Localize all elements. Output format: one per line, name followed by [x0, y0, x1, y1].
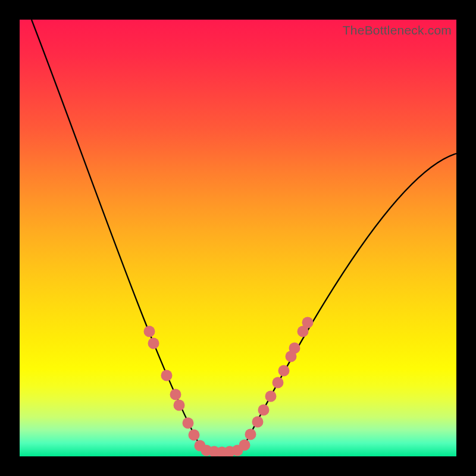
marker-dot: [302, 317, 314, 328]
curve-group: [32, 20, 456, 454]
watermark-text: TheBottleneck.com: [343, 23, 452, 37]
marker-dot: [289, 343, 300, 354]
chart-plot-area: TheBottleneck.com: [20, 20, 456, 456]
marker-dot: [148, 338, 159, 349]
bottleneck-curve-svg: [20, 20, 456, 456]
marker-dot: [161, 370, 173, 381]
marker-dot: [278, 365, 290, 377]
marker-dot: [245, 429, 256, 440]
marker-dot: [239, 440, 250, 451]
marker-dot: [144, 326, 155, 337]
bottleneck-curve-path: [32, 20, 456, 454]
marker-dot: [265, 391, 277, 402]
marker-dot: [174, 400, 185, 411]
marker-dot: [183, 418, 194, 429]
marker-dot: [273, 377, 284, 389]
markers-group: [144, 317, 314, 457]
marker-dot: [170, 389, 181, 400]
marker-dot: [258, 405, 270, 416]
marker-dot: [189, 430, 200, 441]
marker-dot: [252, 416, 264, 428]
